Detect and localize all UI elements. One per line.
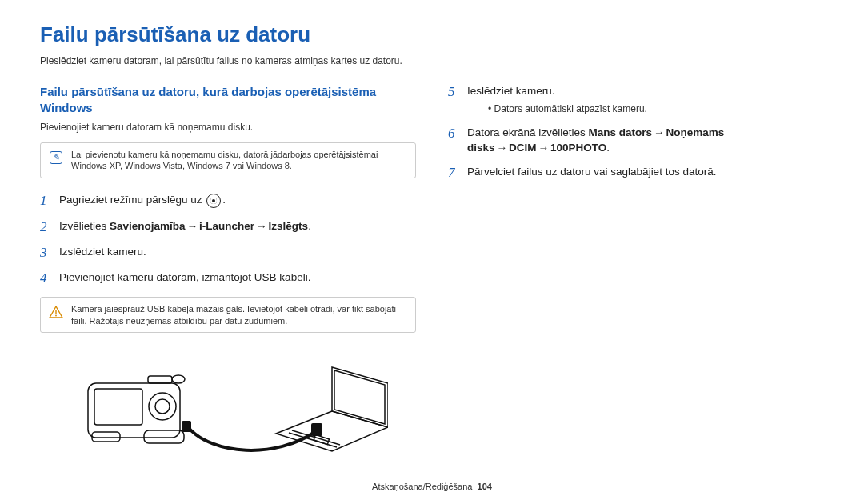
section-subtext: Pievienojiet kameru datoram kā noņemamu … (40, 122, 416, 133)
step-text: Pievienojiet kameru datoram, izmantojot … (59, 270, 310, 286)
warning-note-text: Kamerā jāiesprauž USB kabeļa mazais gals… (71, 303, 407, 327)
page-number: 104 (478, 482, 492, 491)
svg-rect-9 (144, 430, 184, 443)
step-number: 2 (40, 219, 51, 235)
step-item: 3 Izslēdziet kameru. (40, 245, 416, 261)
step-item: 5 Ieslēdziet kameru. Dators automātiski … (448, 84, 824, 116)
info-note: ✎ Lai pievienotu kameru kā noņemamu disk… (40, 142, 416, 179)
step-item: 7 Pārvelciet failus uz datoru vai saglab… (448, 165, 824, 181)
steps-list-right: 5 Ieslēdziet kameru. Dators automātiski … (448, 84, 824, 182)
intro-text: Pieslēdziet kameru datoram, lai pārsūtīt… (40, 55, 824, 66)
left-column: Failu pārsūtīšana uz datoru, kurā darboj… (40, 84, 416, 459)
step-item: 4 Pievienojiet kameru datoram, izmantojo… (40, 270, 416, 286)
step-number: 6 (448, 126, 459, 142)
svg-point-7 (172, 375, 185, 383)
footer-section: Atskaņošana/Rediģēšana (372, 482, 472, 491)
svg-rect-2 (88, 383, 180, 438)
warning-note: Kamerā jāiesprauž USB kabeļa mazais gals… (40, 297, 416, 334)
content-columns: Failu pārsūtīšana uz datoru, kurā darboj… (40, 84, 824, 459)
step-item: 2 Izvēlieties Savienojamība→i-Launcher→I… (40, 219, 416, 235)
step-item: 6 Datora ekrānā izvēlieties Mans dators→… (448, 126, 824, 156)
step-bullet: Dators automātiski atpazīst kameru. (488, 102, 647, 116)
info-note-text: Lai pievienotu kameru kā noņemamu disku,… (71, 149, 407, 173)
page-title: Failu pārsūtīšana uz datoru (40, 22, 824, 47)
right-column: 5 Ieslēdziet kameru. Dators automātiski … (448, 84, 824, 459)
step-number: 3 (40, 245, 51, 261)
mode-dial-icon (206, 194, 221, 208)
step-number: 7 (448, 165, 459, 181)
connection-illustration (40, 347, 416, 459)
step-item: 1 Pagrieziet režīmu pārslēgu uz . (40, 193, 416, 209)
steps-list-left: 1 Pagrieziet režīmu pārslēgu uz . 2 Izvē… (40, 193, 416, 287)
step-text: Izslēdziet kameru. (59, 245, 146, 260)
step-text: Ieslēdziet kameru. Dators automātiski at… (467, 84, 647, 116)
svg-rect-11 (311, 423, 322, 436)
svg-point-1 (55, 314, 57, 316)
page-footer: Atskaņošana/Rediģēšana 104 (0, 482, 864, 491)
svg-rect-3 (94, 389, 142, 425)
svg-point-4 (149, 393, 176, 420)
step-text: Pagrieziet režīmu pārslēgu uz . (59, 193, 226, 208)
step-number: 5 (448, 84, 459, 100)
svg-point-5 (155, 399, 170, 414)
step-number: 1 (40, 193, 51, 209)
warning-icon (49, 305, 63, 319)
section-heading: Failu pārsūtīšana uz datoru, kurā darboj… (40, 84, 416, 117)
step-text: Pārvelciet failus uz datoru vai saglabāj… (467, 165, 716, 180)
step-number: 4 (40, 270, 51, 286)
step-text: Datora ekrānā izvēlieties Mans dators→No… (467, 126, 824, 156)
svg-rect-6 (148, 376, 172, 383)
svg-rect-10 (182, 421, 191, 432)
svg-rect-8 (92, 432, 120, 442)
step-text: Izvēlieties Savienojamība→i-Launcher→Izs… (59, 219, 311, 234)
info-icon: ✎ (49, 150, 63, 165)
